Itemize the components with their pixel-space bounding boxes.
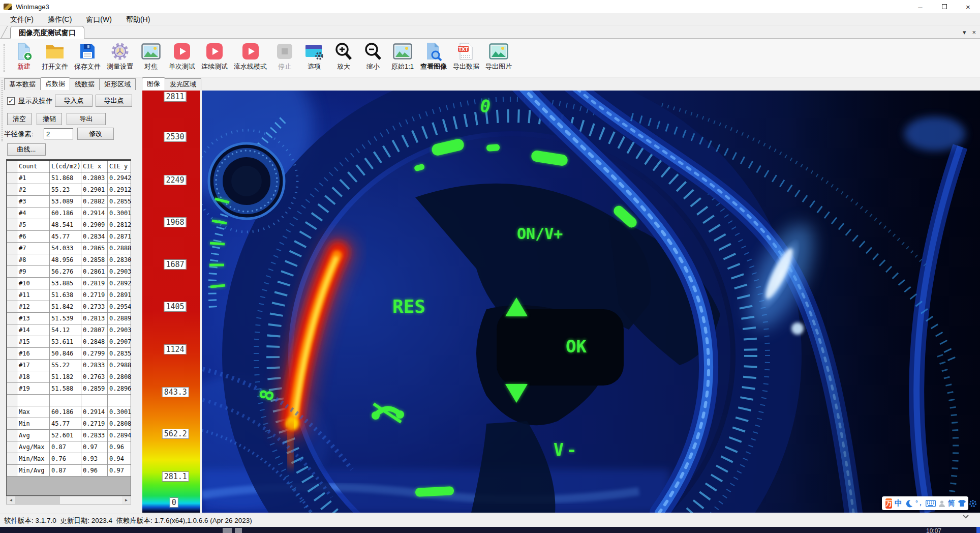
modify-button[interactable]: 修改 xyxy=(77,128,114,140)
table-row[interactable]: #6 45.77 0.2834 0.2871 xyxy=(7,230,132,242)
open-file-icon xyxy=(42,41,68,62)
colorbar-label: 1968 xyxy=(164,217,186,227)
tab-basic-data[interactable]: 基本数据 xyxy=(4,78,41,90)
focus-button[interactable]: 对焦 xyxy=(136,41,166,71)
clear-button[interactable]: 清空 xyxy=(7,113,32,125)
table-row[interactable]: #11 51.638 0.2719 0.2891 xyxy=(7,289,132,301)
table-row[interactable]: Min/Max 0.76 0.93 0.94 xyxy=(7,453,132,464)
export-data-button[interactable]: TXT 导出数据 xyxy=(450,41,482,71)
open-file-button[interactable]: 打开文件 xyxy=(39,41,71,71)
table-row[interactable]: #10 53.885 0.2819 0.2892 xyxy=(7,277,132,289)
original-1-1-button[interactable]: 原始1:1 xyxy=(388,41,417,71)
table-row[interactable]: #8 48.956 0.2858 0.2830 xyxy=(7,254,132,265)
table-row[interactable]: Max 60.186 0.2914 0.3001 xyxy=(7,406,132,418)
scrollbar-thumb[interactable] xyxy=(15,496,60,504)
display-operate-checkbox[interactable]: ✓ xyxy=(7,97,15,105)
continuous-test-button[interactable]: 连续测试 xyxy=(198,41,231,71)
chevron-down-icon[interactable] xyxy=(962,512,969,516)
tab-list-dropdown-icon[interactable]: ▾ xyxy=(963,28,966,36)
app-icon xyxy=(4,4,12,10)
table-row[interactable]: Min/Avg 0.87 0.96 0.97 xyxy=(7,464,132,476)
keyboard-icon[interactable] xyxy=(926,500,936,507)
table-row[interactable]: #13 51.539 0.2813 0.2889 xyxy=(7,312,132,324)
ime-chinese-mode-toggle[interactable]: 中 xyxy=(895,498,902,508)
single-test-button[interactable]: 单次测试 xyxy=(166,41,198,71)
radius-pixels-input[interactable] xyxy=(44,128,73,139)
table-row[interactable]: #14 54.12 0.2807 0.2903 xyxy=(7,324,132,336)
svg-text:TXT: TXT xyxy=(458,47,469,52)
new-button[interactable]: 新建 xyxy=(9,41,39,71)
table-row[interactable]: #19 51.588 0.2859 0.2896 xyxy=(7,382,132,394)
doc-tab-image-brightness-test[interactable]: 图像亮度测试窗口 xyxy=(10,26,84,39)
undo-button[interactable]: 撤销 xyxy=(37,113,62,125)
zoom-out-icon xyxy=(361,41,385,62)
user-icon[interactable] xyxy=(938,500,945,507)
colorbar-label: 562.2 xyxy=(162,429,189,439)
table-row[interactable]: #17 55.22 0.2833 0.2988 xyxy=(7,359,132,371)
export-image-button[interactable]: 导出图片 xyxy=(482,41,515,71)
options-button[interactable]: 选项 xyxy=(299,41,329,71)
moon-icon[interactable] xyxy=(905,499,913,508)
taskbar-item[interactable] xyxy=(976,527,980,533)
view-image-button[interactable]: 查看图像 xyxy=(417,41,450,71)
close-button[interactable]: × xyxy=(956,0,980,13)
pipeline-mode-button[interactable]: 流水线模式 xyxy=(231,41,270,71)
table-horizontal-scrollbar[interactable]: ◄ ► xyxy=(6,496,131,505)
export-points-button[interactable]: 导出点 xyxy=(96,95,132,107)
table-row[interactable]: #12 51.842 0.2733 0.2954 xyxy=(7,301,132,312)
table-row[interactable]: #9 56.276 0.2861 0.2903 xyxy=(7,265,132,277)
display-operate-label: 显示及操作 xyxy=(18,97,53,106)
zoom-in-button[interactable]: 放大 xyxy=(329,41,358,71)
stop-button[interactable]: 停止 xyxy=(270,41,299,71)
save-file-button[interactable]: 保存文件 xyxy=(71,41,104,71)
export-button[interactable]: 导出 xyxy=(67,113,106,125)
table-row[interactable]: #16 50.846 0.2799 0.2835 xyxy=(7,347,132,359)
zoom-out-button[interactable]: 缩小 xyxy=(358,41,388,71)
measure-settings-button[interactable]: 测量设置 xyxy=(104,41,136,71)
status-text: 软件版本: 3.1.7.0 更新日期: 2023.4 依赖库版本: 1.7.6(… xyxy=(4,517,252,524)
minimize-button[interactable]: – xyxy=(908,0,932,13)
taskbar-item[interactable] xyxy=(223,528,232,533)
pipeline-mode-play-icon xyxy=(234,41,267,62)
title-bar: WinImage3 – × xyxy=(0,0,980,13)
table-row[interactable]: #15 53.611 0.2848 0.2907 xyxy=(7,336,132,347)
table-row[interactable]: #7 54.033 0.2865 0.2888 xyxy=(7,242,132,254)
table-row[interactable]: #18 51.182 0.2763 0.2808 xyxy=(7,371,132,382)
menu-operate[interactable]: 操作(C) xyxy=(41,13,79,25)
tab-image[interactable]: 图像 xyxy=(142,77,165,90)
scroll-left-icon[interactable]: ◄ xyxy=(7,496,15,504)
curve-button[interactable]: 曲线... xyxy=(7,143,46,156)
table-row[interactable] xyxy=(7,394,132,406)
table-row[interactable]: Avg/Max 0.87 0.97 0.96 xyxy=(7,441,132,453)
skin-shirt-icon[interactable] xyxy=(958,499,966,507)
colorbar-label: 1405 xyxy=(164,302,186,312)
point-data-panel: 基本数据 点数据 线数据 矩形区域 ✓ 显示及操作 导入点 导出点 清空 撤销 … xyxy=(0,77,136,514)
table-row[interactable]: #5 48.541 0.2909 0.2812 xyxy=(7,219,132,230)
maximize-button[interactable] xyxy=(932,0,956,13)
ime-simplified-toggle[interactable]: 简 xyxy=(948,499,955,508)
table-row[interactable]: #1 51.868 0.2803 0.2942 xyxy=(7,172,132,184)
ime-brand-icon[interactable]: 万 xyxy=(885,498,892,509)
tab-point-data[interactable]: 点数据 xyxy=(40,77,70,90)
menu-window[interactable]: 窗口(W) xyxy=(79,13,119,25)
menu-file[interactable]: 文件(F) xyxy=(3,13,41,25)
gear-icon[interactable] xyxy=(969,499,977,508)
radius-pixels-label: 半径像素: xyxy=(4,130,34,139)
tab-close-icon[interactable]: × xyxy=(972,28,976,36)
table-row[interactable]: #4 60.186 0.2914 0.3001 xyxy=(7,207,132,219)
point-data-table[interactable]: Count L(cd/m2) CIE x CIE y #1 51.868 0.2… xyxy=(6,159,131,496)
menu-help[interactable]: 帮助(H) xyxy=(119,13,157,25)
tab-line-data[interactable]: 线数据 xyxy=(70,78,100,90)
ime-punctuation-toggle[interactable]: °， xyxy=(915,499,923,508)
table-row[interactable]: Min 45.77 0.2719 0.2808 xyxy=(7,418,132,429)
tab-emitting-region[interactable]: 发光区域 xyxy=(165,78,201,90)
import-points-button[interactable]: 导入点 xyxy=(55,95,93,107)
scroll-right-icon[interactable]: ► xyxy=(122,496,131,504)
taskbar-item[interactable] xyxy=(235,528,242,533)
table-row[interactable]: #2 55.23 0.2901 0.2912 xyxy=(7,184,132,195)
table-row[interactable]: Avg 52.601 0.2833 0.2894 xyxy=(7,429,132,441)
table-row[interactable]: #3 53.089 0.2882 0.2855 xyxy=(7,195,132,207)
thermal-image-canvas[interactable]: 0 8 ON/V+ RES OK V- xyxy=(202,91,980,513)
taskbar-clock: 10:07 xyxy=(926,527,941,533)
tab-rect-region[interactable]: 矩形区域 xyxy=(99,78,136,90)
